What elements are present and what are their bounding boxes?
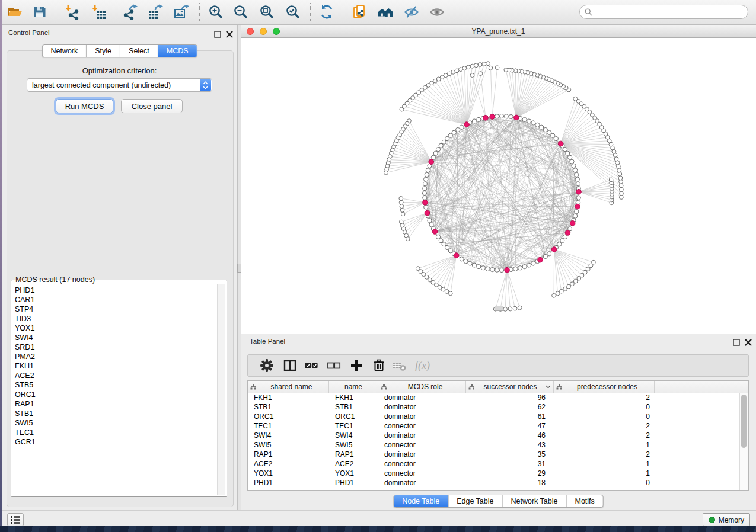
graph-node-selected[interactable] [576,189,582,194]
graph-node[interactable] [554,136,558,140]
graph-node[interactable] [424,177,428,181]
close-panel-button-mcds[interactable]: Close panel [121,99,183,113]
graph-node[interactable] [464,259,468,264]
graph-node[interactable] [470,73,474,78]
graph-node[interactable] [618,172,622,176]
table-row[interactable]: YOX1YOX1connector291 [248,469,740,478]
graph-node[interactable] [509,114,513,118]
graph-node[interactable] [445,245,449,249]
show-column-button[interactable] [281,357,299,374]
hide-selected-button[interactable] [401,2,422,22]
graph-node[interactable] [399,196,403,200]
graph-node[interactable] [462,66,467,70]
graph-node[interactable] [535,123,540,127]
table-row[interactable]: PHD1PHD1dominator180 [248,478,740,488]
graph-node[interactable] [575,177,579,181]
tab-network[interactable]: Network [42,45,86,57]
graph-node[interactable] [499,268,503,272]
graph-node[interactable] [543,254,547,258]
graph-node[interactable] [429,223,433,227]
graph-node[interactable] [570,282,575,286]
function-builder-button[interactable]: f(x) [413,357,435,374]
column-header-mcds-role[interactable]: MCDS role [378,381,466,393]
mcds-result-item[interactable]: STB5 [15,380,218,390]
graph-node[interactable] [504,114,508,118]
graph-node[interactable] [504,68,508,72]
first-neighbors-button[interactable] [375,2,395,22]
graph-node[interactable] [567,284,571,289]
mcds-result-item[interactable]: STP4 [15,305,218,314]
tab-mcds[interactable]: MCDS [158,45,197,57]
graph-node[interactable] [428,218,432,222]
graph-node[interactable] [583,270,587,274]
graph-node[interactable] [478,63,482,67]
graph-node[interactable] [563,148,567,152]
graph-node[interactable] [424,205,428,209]
graph-node[interactable] [452,130,456,134]
column-header-predecessor-nodes[interactable]: predecessor nodes [554,381,655,393]
mcds-result-item[interactable]: PMA2 [15,352,218,361]
graph-node[interactable] [474,63,479,68]
graph-node[interactable] [527,263,531,267]
graph-node[interactable] [433,151,438,155]
graph-node[interactable] [508,307,512,311]
delete-table-button[interactable] [390,357,408,374]
save-session-button[interactable] [30,2,50,22]
graph-node[interactable] [580,273,584,277]
mcds-result-item[interactable]: GCR1 [15,437,218,447]
memory-button[interactable]: Memory [703,513,750,527]
show-all-button[interactable] [427,2,447,22]
graph-node[interactable] [439,239,443,243]
graph-node-selected[interactable] [565,230,570,236]
graph-node[interactable] [431,155,435,159]
graph-node[interactable] [518,306,522,310]
graph-node[interactable] [619,184,623,188]
mcds-result-item[interactable]: YOX1 [15,323,218,333]
table-tab-node-table[interactable]: Node Table [394,495,448,507]
import-network-button[interactable] [62,2,82,22]
graph-node[interactable] [563,287,567,291]
add-row-button[interactable] [347,357,365,374]
graph-node[interactable] [384,171,388,175]
mcds-result-item[interactable]: SWI5 [15,418,218,428]
mcds-result-item[interactable]: TEC1 [15,428,218,437]
graph-node[interactable] [575,172,579,177]
mcds-result-item[interactable]: RAP1 [15,399,218,409]
graph-node[interactable] [575,210,579,214]
graph-node-selected[interactable] [575,204,580,209]
graph-node-selected[interactable] [423,200,428,206]
graph-node[interactable] [486,267,490,271]
table-row[interactable]: RAP1RAP1dominator352 [248,450,740,459]
graph-node[interactable] [448,291,452,296]
graph-node[interactable] [455,69,459,73]
graph-node[interactable] [422,191,426,195]
graph-node[interactable] [426,168,430,172]
graph-node[interactable] [522,265,527,269]
zoom-fit-button[interactable] [257,2,277,22]
graph-node[interactable] [400,107,404,111]
graph-node-selected[interactable] [464,122,470,127]
graph-node[interactable] [442,242,446,246]
graph-node[interactable] [556,291,560,296]
graph-node[interactable] [439,143,443,148]
graph-node[interactable] [559,289,563,293]
graph-node[interactable] [477,117,481,121]
table-row[interactable]: STB1STB1dominator620 [248,402,740,412]
graph-node[interactable] [458,68,462,72]
graph-node[interactable] [527,119,531,123]
mcds-result-item[interactable]: FKH1 [15,361,218,371]
graph-node[interactable] [586,267,590,271]
graph-node[interactable] [615,161,620,165]
graph-node[interactable] [460,257,464,261]
mcds-result-item[interactable]: ACE2 [15,371,218,380]
graph-node[interactable] [566,151,570,155]
tab-select[interactable]: Select [120,45,158,57]
close-table-panel-button[interactable] [744,338,753,347]
graph-node[interactable] [466,65,470,69]
graph-node[interactable] [495,66,499,70]
horizontal-splitter-handle[interactable] [495,306,503,311]
graph-node[interactable] [513,306,517,310]
graph-node[interactable] [448,249,452,253]
zoom-out-button[interactable] [231,2,251,22]
zoom-in-button[interactable] [206,2,226,22]
